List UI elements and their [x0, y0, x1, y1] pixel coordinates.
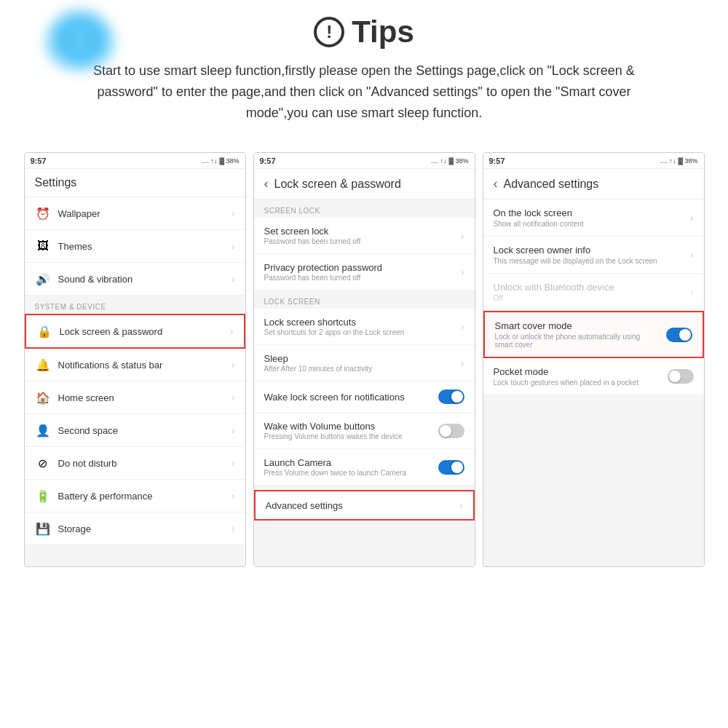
screen3-list: On the lock screen Show all notification…	[483, 199, 704, 566]
chevron-icon: ›	[232, 207, 235, 219]
chevron-icon: ›	[230, 325, 234, 337]
home-label: Home screen	[58, 392, 232, 403]
screen1-status-bar: 9:57 .... ↑↓ ▓ 38%	[25, 153, 245, 169]
screen2-time: 9:57	[260, 157, 276, 165]
settings-notifications[interactable]: 🔔 Notifications & status bar ›	[25, 349, 245, 381]
chevron-icon: ›	[459, 499, 463, 511]
chevron-icon: ›	[232, 457, 235, 469]
wake-vol-sub: Pressing Volume buttons wakes the device	[264, 432, 438, 440]
chevron-icon: ›	[461, 266, 464, 278]
pocket-toggle[interactable]	[668, 369, 694, 384]
signal-icon: .... ↑↓	[431, 157, 447, 165]
wake-lock-notifications[interactable]: Wake lock screen for notifications	[254, 381, 475, 413]
settings-lock-screen[interactable]: 🔒 Lock screen & password ›	[25, 314, 245, 349]
chevron-icon: ›	[232, 424, 235, 436]
wake-volume[interactable]: Wake with Volume buttons Pressing Volume…	[254, 413, 475, 449]
lock-label: Lock screen & password	[60, 326, 230, 337]
launch-camera[interactable]: Launch Camera Press Volume down twice to…	[254, 449, 475, 486]
wake-vol-toggle[interactable]	[438, 424, 464, 438]
settings-wallpaper[interactable]: ⏰ Wallpaper ›	[25, 197, 245, 230]
screen3-advanced: 9:57 .... ↑↓ ▓ 38% ‹ Advanced settings O…	[483, 152, 705, 567]
screen1-list: ⏰ Wallpaper › 🖼 Themes › 🔊 Sound & vibra…	[25, 197, 245, 566]
system-section-label: SYSTEM & DEVICE	[25, 296, 245, 314]
advanced-label: Advanced settings	[266, 500, 459, 511]
wake-notif-toggle[interactable]	[438, 389, 464, 404]
home-icon: 🏠	[35, 389, 51, 405]
on-lock-label: On the lock screen	[494, 207, 584, 218]
signal-icon: .... ↑↓	[202, 157, 218, 165]
pocket-label: Pocket mode	[494, 366, 660, 377]
settings-second-space[interactable]: 👤 Second space ›	[25, 414, 245, 447]
battery-icon: 🔋	[35, 488, 51, 504]
pocket-mode[interactable]: Pocket mode Lock touch gestures when pla…	[483, 358, 704, 395]
sleep-sub: After After 10 minutes of inactivity	[264, 365, 461, 373]
bt-label: Unlock with Bluetooth device	[494, 282, 614, 293]
settings-storage[interactable]: 💾 Storage ›	[25, 513, 245, 545]
space-icon: 👤	[35, 422, 51, 438]
second-space-label: Second space	[58, 425, 232, 436]
description-text: Start to use smart sleep function,firstl…	[73, 60, 655, 138]
screen2-lock: 9:57 .... ↑↓ ▓ 38% ‹ Lock screen & passw…	[253, 152, 475, 567]
settings-themes[interactable]: 🖼 Themes ›	[25, 230, 245, 263]
screen1-icons: .... ↑↓ ▓ 38%	[202, 157, 240, 165]
smart-cover-label: Smart cover mode	[495, 320, 659, 331]
storage-icon: 💾	[35, 521, 51, 537]
smart-cover-toggle[interactable]	[666, 328, 692, 342]
set-screen-lock[interactable]: Set screen lock Password has been turned…	[254, 218, 475, 254]
settings-battery[interactable]: 🔋 Battery & performance ›	[25, 480, 245, 513]
settings-sound[interactable]: 🔊 Sound & vibration ›	[25, 263, 245, 296]
chevron-icon: ›	[690, 286, 694, 298]
sound-icon: 🔊	[35, 271, 51, 287]
set-lock-label: Set screen lock	[264, 226, 461, 237]
back-arrow-icon[interactable]: ‹	[264, 176, 269, 191]
bluetooth-unlock[interactable]: Unlock with Bluetooth device Off ›	[483, 274, 704, 311]
tips-heading: ! Tips	[44, 15, 684, 50]
chevron-icon: ›	[690, 212, 694, 223]
shortcuts-label: Lock screen shortcuts	[264, 317, 461, 328]
screen2-title: Lock screen & password	[274, 178, 401, 191]
sleep-setting[interactable]: Sleep After After 10 minutes of inactivi…	[254, 345, 475, 381]
screen1-time: 9:57	[31, 157, 47, 165]
dnd-icon: ⊘	[35, 455, 51, 471]
owner-info[interactable]: Lock screen owner info This message will…	[483, 237, 704, 274]
chevron-icon: ›	[461, 230, 464, 242]
owner-sub: This message will be displayed on the Lo…	[494, 257, 657, 265]
camera-toggle[interactable]	[438, 460, 464, 475]
chevron-icon: ›	[461, 357, 464, 369]
screen1-header: Settings	[25, 169, 245, 197]
lock-shortcuts[interactable]: Lock screen shortcuts Set shortcuts for …	[254, 309, 475, 345]
smart-cover-mode[interactable]: Smart cover mode Lock or unlock the phon…	[483, 311, 704, 358]
shortcuts-sub: Set shortcuts for 2 apps on the Lock scr…	[264, 328, 461, 336]
back-arrow-icon[interactable]: ‹	[494, 176, 498, 191]
wake-notif-label: Wake lock screen for notifications	[264, 392, 438, 403]
settings-home[interactable]: 🏠 Home screen ›	[25, 381, 245, 414]
screen3-status-bar: 9:57 .... ↑↓ ▓ 38%	[483, 153, 704, 169]
privacy-sub: Password has been turned off	[264, 274, 461, 282]
themes-icon: 🖼	[35, 238, 51, 254]
wallpaper-label: Wallpaper	[58, 208, 232, 219]
lock-icon: 🔒	[36, 323, 52, 339]
camera-label: Launch Camera	[264, 457, 438, 468]
wallpaper-icon: ⏰	[35, 205, 51, 221]
on-lock-screen[interactable]: On the lock screen Show all notification…	[483, 199, 704, 237]
advanced-settings-link[interactable]: Advanced settings ›	[254, 490, 475, 521]
smart-cover-sub: Lock or unlock the phone automatically u…	[495, 333, 659, 349]
battery-label: Battery & performance	[58, 491, 232, 502]
chevron-icon: ›	[232, 273, 235, 285]
battery-icon: ▓ 38%	[448, 157, 468, 165]
warning-icon: !	[314, 17, 344, 47]
sleep-label: Sleep	[264, 353, 461, 364]
screen2-header: ‹ Lock screen & password	[254, 169, 475, 199]
screen3-icons: .... ↑↓ ▓ 38%	[660, 157, 698, 165]
battery-icon: ▓ 38%	[678, 157, 697, 165]
pocket-sub: Lock touch gestures when placed in a poc…	[494, 379, 660, 387]
bt-sub: Off	[494, 294, 614, 302]
screen1-settings: 9:57 .... ↑↓ ▓ 38% Settings ⏰ Wallpaper …	[24, 152, 246, 567]
privacy-protection[interactable]: Privacy protection password Password has…	[254, 254, 475, 290]
notif-icon: 🔔	[35, 357, 51, 373]
settings-dnd[interactable]: ⊘ Do not disturb ›	[25, 447, 245, 480]
chevron-icon: ›	[690, 249, 694, 261]
screen2-list: SCREEN LOCK Set screen lock Password has…	[254, 199, 475, 566]
tips-label: Tips	[352, 15, 414, 50]
battery-icon: ▓ 38%	[219, 157, 239, 165]
